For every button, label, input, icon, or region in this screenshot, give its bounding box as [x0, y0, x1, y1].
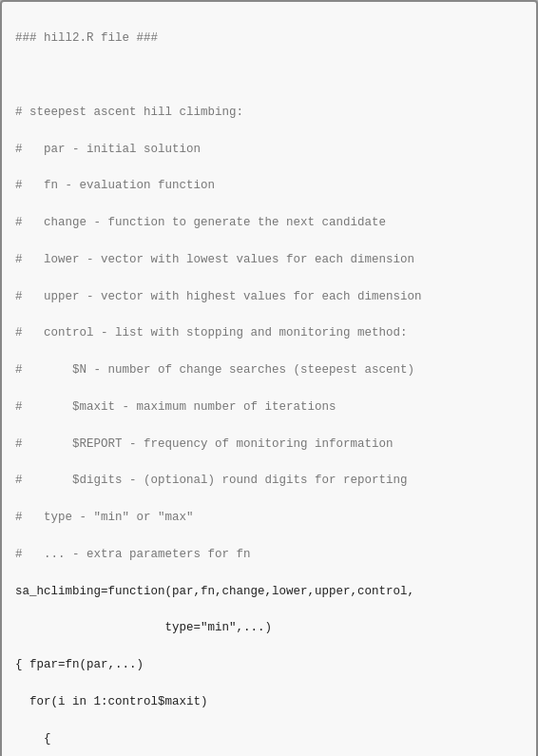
code-area[interactable]: ### hill2.R file ### # steepest ascent h… — [2, 2, 536, 756]
code-line: # $maxit - maximum number of iterations — [15, 398, 523, 417]
code-line: # $digits - (optional) round digits for … — [15, 472, 523, 490]
code-line: # steepest ascent hill climbing: — [15, 104, 523, 122]
editor-window: ### hill2.R file ### # steepest ascent h… — [0, 0, 538, 756]
code-line: ### hill2.R file ### — [15, 29, 523, 48]
code-line: sa_hclimbing=function(par,fn,change,lowe… — [15, 583, 523, 601]
code-line: { — [15, 730, 523, 748]
code-line: # par - initial solution — [15, 141, 523, 159]
code-line: # control - list with stopping and monit… — [15, 324, 523, 342]
code-line: # $REPORT - frequency of monitoring info… — [15, 436, 523, 454]
code-line: # type - "min" or "max" — [15, 509, 523, 527]
code-line: # fn - evaluation function — [15, 177, 523, 195]
code-line: for(i in 1:control$maxit) — [15, 693, 523, 711]
code-line: # lower - vector with lowest values for … — [15, 251, 523, 269]
code-line — [15, 67, 523, 85]
code-line: { fpar=fn(par,...) — [15, 656, 523, 674]
code-line: # $N - number of change searches (steepe… — [15, 361, 523, 379]
code-line: # upper - vector with highest values for… — [15, 288, 523, 306]
code-line: type="min",...) — [15, 619, 523, 637]
code-line: # ... - extra parameters for fn — [15, 546, 523, 564]
code-line: # change - function to generate the next… — [15, 214, 523, 232]
